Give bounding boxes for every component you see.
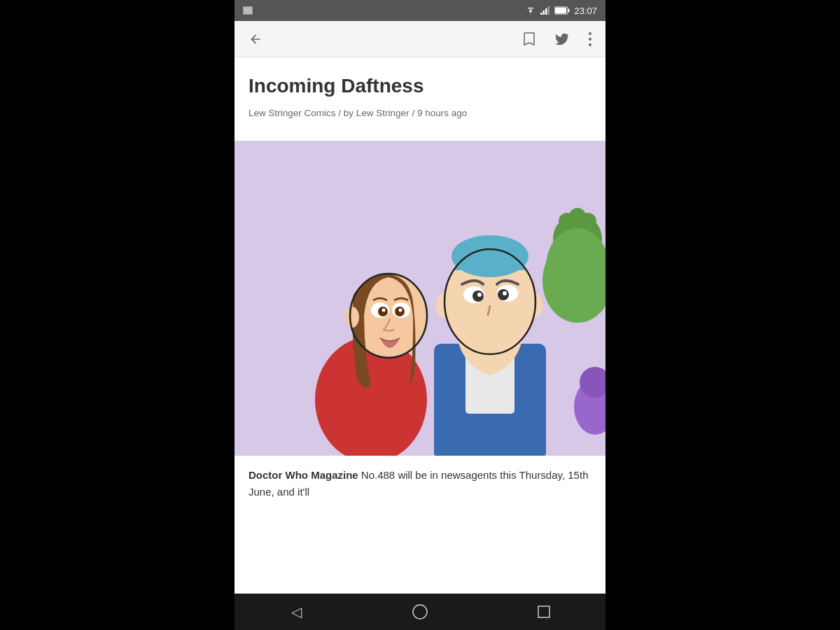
nav-home-icon bbox=[412, 604, 428, 620]
svg-rect-3 bbox=[548, 6, 550, 15]
article-meta: Lew Stringer Comics / by Lew Stringer / … bbox=[248, 108, 592, 118]
more-options-button[interactable] bbox=[586, 29, 594, 49]
wifi-icon bbox=[525, 6, 536, 15]
svg-point-15 bbox=[580, 213, 596, 230]
back-arrow-icon bbox=[248, 32, 262, 46]
nav-home-button[interactable] bbox=[406, 598, 434, 626]
app-bar-right bbox=[520, 29, 594, 50]
more-dots-icon bbox=[589, 32, 592, 46]
battery-icon bbox=[554, 6, 570, 15]
bottom-nav: ◁ bbox=[234, 594, 606, 630]
status-icons: 23:07 bbox=[525, 6, 597, 16]
bookmark-icon bbox=[523, 31, 536, 47]
svg-point-35 bbox=[382, 308, 386, 312]
content-area: Incoming Daftness Lew Stringer Comics / … bbox=[234, 57, 606, 594]
nav-back-icon: ◁ bbox=[291, 603, 302, 620]
article-body-paragraph: Doctor Who Magazine No.488 will be in ne… bbox=[248, 467, 592, 500]
status-time: 23:07 bbox=[574, 6, 597, 16]
svg-rect-1 bbox=[543, 10, 545, 15]
svg-rect-0 bbox=[540, 13, 542, 15]
article-time: 9 hours ago bbox=[417, 108, 467, 118]
nav-recent-button[interactable] bbox=[530, 598, 558, 626]
nav-recent-icon bbox=[538, 606, 550, 618]
left-bezel bbox=[0, 0, 234, 630]
notification-icon bbox=[243, 6, 253, 15]
signal-icon bbox=[540, 6, 550, 15]
svg-point-37 bbox=[345, 307, 359, 328]
right-bezel bbox=[606, 0, 840, 630]
svg-rect-6 bbox=[555, 8, 566, 13]
svg-point-42 bbox=[413, 605, 427, 619]
app-bar bbox=[234, 21, 606, 57]
status-bar-left bbox=[243, 6, 257, 15]
article-title: Incoming Daftness bbox=[248, 74, 592, 98]
phone-screen: 23:07 bbox=[234, 0, 606, 630]
app-bar-left bbox=[246, 29, 265, 49]
svg-point-8 bbox=[589, 38, 592, 41]
article-author: Lew Stringer bbox=[356, 108, 410, 118]
meta-separator1: / by bbox=[338, 108, 356, 118]
article-header: Incoming Daftness Lew Stringer Comics / … bbox=[234, 57, 606, 141]
svg-point-25 bbox=[477, 293, 482, 297]
svg-rect-5 bbox=[568, 9, 570, 13]
svg-rect-2 bbox=[545, 8, 547, 15]
svg-rect-43 bbox=[538, 606, 550, 617]
nav-back-button[interactable]: ◁ bbox=[282, 598, 310, 626]
svg-point-9 bbox=[589, 43, 592, 46]
meta-separator2: / bbox=[412, 108, 417, 118]
comic-illustration bbox=[234, 141, 606, 456]
article-source: Lew Stringer Comics bbox=[248, 108, 336, 118]
back-button[interactable] bbox=[246, 29, 265, 49]
article-body: Doctor Who Magazine No.488 will be in ne… bbox=[234, 456, 606, 512]
svg-point-26 bbox=[503, 291, 507, 295]
svg-point-7 bbox=[589, 32, 592, 35]
status-bar: 23:07 bbox=[234, 0, 606, 21]
article-body-bold: Doctor Who Magazine bbox=[248, 469, 358, 481]
twitter-button[interactable] bbox=[552, 30, 572, 48]
comic-image bbox=[234, 141, 606, 456]
bookmark-button[interactable] bbox=[520, 29, 538, 50]
twitter-icon bbox=[555, 33, 569, 46]
svg-point-36 bbox=[399, 308, 402, 312]
